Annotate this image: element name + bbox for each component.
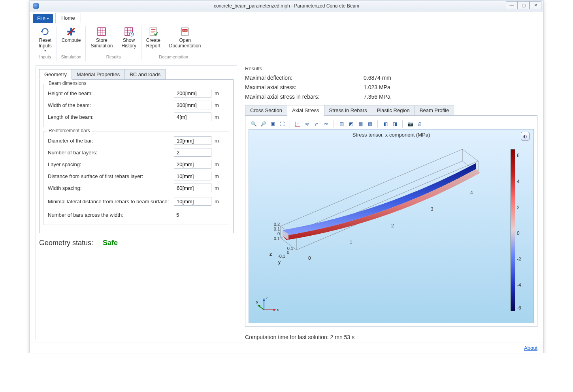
group-label-inputs: Inputs [39,54,51,59]
input-bar-diameter[interactable] [174,136,211,145]
label-num-bars-width: Number of bars across the width: [48,212,174,218]
reset-inputs-button[interactable]: Reset Inputs ▾ [37,26,53,53]
zx-view-icon[interactable]: zx [322,120,330,128]
label-max-deflection: Maximal deflection: [245,75,364,81]
results-title: Results [245,66,537,71]
group-label-docs: Documentation [159,54,188,59]
input-beam-width[interactable] [174,101,211,109]
label-beam-height: Height of the beam: [48,90,174,96]
scene-light-icon[interactable]: ▥ [338,120,345,128]
compute-icon [66,26,76,37]
group-label-results: Results [106,54,121,59]
svg-text:4: 4 [470,190,473,195]
z-axis-ticks: -0.1 0 0.1 0.2 [272,222,280,241]
value-max-deflection: 0.6874 mm [364,75,391,81]
input-min-lateral-dist[interactable] [174,197,211,206]
label-first-layer-dist: Distance from surface of first rebars la… [48,173,174,179]
svg-text:0.1: 0.1 [287,246,293,251]
store-simulation-button[interactable]: Store Simulation [89,26,114,49]
plot-toolbar: 🔍 🔎 ▣ ⛶ xy yz zx ▥ ◩ ▦ ▤ ◧ ◨ [249,119,534,129]
svg-text:z: z [270,251,272,257]
input-beam-height[interactable] [174,89,211,98]
svg-text:PDF: PDF [183,29,188,32]
snapshot-icon[interactable]: 📷 [407,120,414,128]
svg-text:-0.1: -0.1 [278,254,285,259]
undo-icon [40,26,50,37]
close-button[interactable]: ✕ [530,1,541,9]
unit-layer-spacing: m [215,161,225,167]
tab-plastic-region[interactable]: Plastic Region [372,105,415,116]
svg-text:0.2: 0.2 [274,222,280,227]
svg-text:z: z [266,296,268,300]
minimize-button[interactable]: — [506,1,518,9]
selection-list-icon[interactable]: ◨ [391,120,398,128]
footer: About [30,343,543,353]
grid-icon [96,26,107,37]
value-max-axial-stress: 1.023 MPa [364,84,390,90]
zoom-extents-icon[interactable]: ⛶ [279,120,286,128]
label-width-spacing: Width spacing: [48,185,174,191]
unit-beam-width: m [215,102,225,108]
open-documentation-button[interactable]: PDF Open Documentation [168,26,203,49]
tab-axial-stress[interactable]: Axial Stress [287,105,324,116]
plot-area[interactable]: Stress tensor, x component (MPa) ◐ [249,129,534,323]
unit-width-spacing: m [215,185,225,191]
input-first-layer-dist[interactable] [174,172,211,180]
svg-text:y: y [278,259,281,265]
ribbon: Reset Inputs ▾ Inputs Compute Simulation… [30,23,543,61]
default-view-icon[interactable] [294,120,301,128]
fieldset-reinforcement-bars: Reinforcement bars Diameter of the bar: … [43,131,229,225]
label-max-axial-stress: Maximal axial stress: [245,84,364,90]
report-icon [148,26,158,37]
value-num-bars-width: 5 [174,212,211,218]
svg-text:x: x [277,307,279,312]
about-link[interactable]: About [524,345,537,351]
svg-text:0.1: 0.1 [274,227,280,231]
svg-text:y: y [256,299,258,304]
unit-bar-diameter: m [215,138,225,144]
value-max-axial-stress-rebars: 7.356 MPa [364,94,390,100]
svg-marker-44 [273,309,276,311]
input-layer-spacing[interactable] [174,160,211,169]
fieldset-beam-dimensions: Beam dimensions Height of the beam: m Wi… [43,84,229,127]
zoom-out-icon[interactable]: 🔎 [260,120,267,128]
label-bar-diameter: Diameter of the bar: [48,138,174,144]
tab-cross-section[interactable]: Cross Section [245,105,287,116]
svg-text:1: 1 [350,240,352,245]
svg-text:0: 0 [308,255,311,261]
tab-material-properties[interactable]: Material Properties [72,69,125,80]
tab-beam-profile[interactable]: Beam Profile [415,105,454,116]
label-layer-spacing: Layer spacing: [48,161,174,167]
transparency-icon[interactable]: ◩ [347,120,354,128]
svg-text:3: 3 [431,206,434,212]
svg-rect-4 [98,28,106,36]
input-bar-layers[interactable] [174,148,211,157]
show-history-button[interactable]: Show History [120,26,138,49]
svg-text:0: 0 [277,231,280,236]
unit-min-lateral-dist: m [215,199,225,204]
xy-view-icon[interactable]: xy [303,120,311,128]
zoom-in-icon[interactable]: 🔍 [250,120,257,128]
input-width-spacing[interactable] [174,184,211,192]
create-report-button[interactable]: Create Report [145,26,162,49]
label-bar-layers: Number of bar layers: [48,150,174,156]
maximize-button[interactable]: ▢ [518,1,530,9]
compute-button[interactable]: Compute [60,26,83,44]
tab-geometry[interactable]: Geometry [39,69,72,80]
yz-view-icon[interactable]: yz [313,120,320,128]
print-icon[interactable]: 🖨 [416,120,423,128]
tab-home[interactable]: Home [55,13,81,23]
tab-stress-rebars[interactable]: Stress in Rebars [324,105,372,116]
wireframe-icon[interactable]: ▦ [357,120,364,128]
right-panel: Results Maximal deflection:0.6874 mm Max… [245,65,537,340]
input-beam-length[interactable] [174,113,211,121]
svg-line-24 [295,123,298,126]
beam-render: 0 1 2 3 4 -0.1 0 0.1 0.2 [265,141,486,283]
file-menu-button[interactable]: File [33,14,53,23]
select-icon[interactable]: ◧ [382,120,389,128]
tab-bc-loads[interactable]: BC and loads [124,69,166,80]
grid-icon[interactable]: ▤ [366,120,373,128]
zoom-box-icon[interactable]: ▣ [269,120,276,128]
label-beam-length: Length of the beam: [48,114,174,120]
menu-bar: File Home [30,11,543,23]
